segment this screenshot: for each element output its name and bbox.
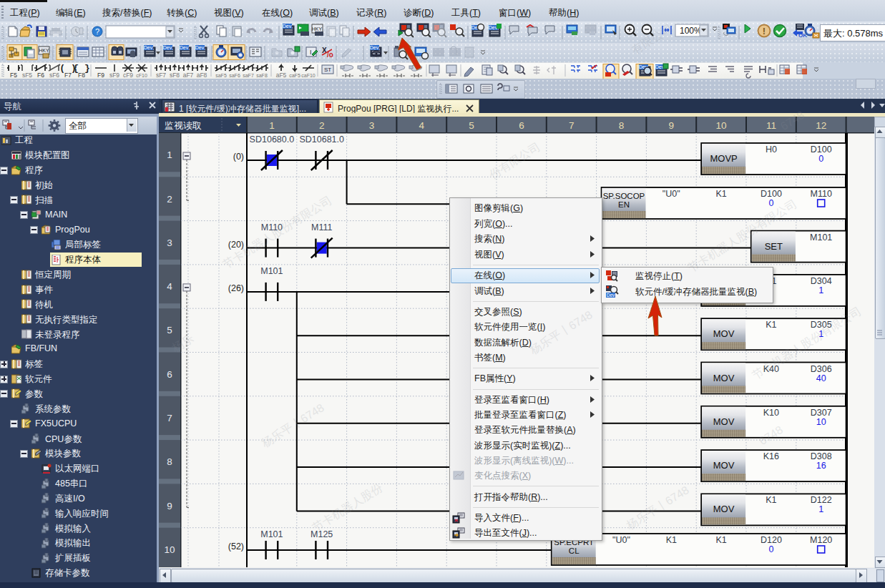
svg-text:HKY: HKY (312, 26, 323, 31)
svg-text:4: 4 (419, 120, 425, 131)
svg-text:sF9: sF9 (109, 72, 119, 79)
svg-text:caF10: caF10 (301, 73, 316, 78)
svg-text:SD10680.0: SD10680.0 (250, 134, 295, 144)
svg-text:7: 7 (569, 120, 574, 131)
svg-text:F8: F8 (78, 72, 85, 79)
svg-text:saF7: saF7 (243, 73, 254, 78)
svg-text:16: 16 (816, 461, 826, 471)
svg-text:Dev: Dev (489, 25, 498, 30)
svg-text:D100: D100 (811, 144, 832, 155)
svg-text:100%: 100% (680, 26, 702, 36)
svg-text:SET: SET (765, 241, 783, 252)
svg-text:sF5: sF5 (22, 72, 32, 79)
svg-text:MOV: MOV (713, 373, 735, 383)
svg-text:aF5: aF5 (276, 72, 287, 79)
svg-text:"U0": "U0" (662, 189, 680, 199)
svg-text:I: I (310, 49, 312, 56)
svg-text:MOV: MOV (713, 328, 735, 339)
svg-text:6: 6 (167, 369, 172, 380)
svg-text:M120: M120 (810, 535, 832, 545)
svg-text:Dev: Dev (607, 293, 615, 298)
svg-text:MOV: MOV (713, 416, 735, 427)
svg-text:cF10: cF10 (136, 73, 147, 78)
svg-text:MOVP: MOVP (710, 153, 737, 164)
svg-text:1: 1 (167, 150, 172, 160)
svg-text:K1: K1 (766, 320, 776, 330)
svg-text:caF5: caF5 (289, 73, 300, 78)
svg-text:0: 0 (768, 198, 773, 208)
svg-text:4: 4 (167, 281, 172, 292)
svg-text:Dev: Dev (144, 45, 153, 50)
svg-text:sF8: sF8 (170, 72, 180, 79)
svg-text:1: 1 (818, 285, 823, 295)
svg-text:sF7: sF7 (156, 72, 166, 79)
svg-text:F5: F5 (10, 72, 17, 79)
svg-text:H0: H0 (766, 144, 777, 155)
svg-text:11: 11 (766, 120, 776, 131)
svg-text:!: ! (763, 26, 766, 36)
svg-text:5: 5 (167, 325, 172, 335)
svg-text:M101: M101 (260, 529, 283, 539)
svg-text:12: 12 (816, 120, 826, 131)
svg-text:M101: M101 (260, 266, 283, 276)
svg-text:K1: K1 (666, 535, 677, 545)
svg-text:8: 8 (619, 120, 625, 131)
svg-text:(52): (52) (228, 542, 244, 552)
svg-text:监视读取: 监视读取 (165, 120, 202, 131)
svg-text:K16: K16 (763, 451, 779, 461)
svg-text:ST: ST (324, 67, 331, 73)
svg-text:aF7: aF7 (183, 72, 194, 79)
svg-text:?: ? (95, 27, 99, 36)
svg-text:Dev: Dev (180, 45, 189, 50)
svg-text:Dev: Dev (163, 45, 172, 50)
svg-text:8: 8 (167, 456, 172, 467)
svg-text:10: 10 (816, 417, 826, 427)
svg-text:9: 9 (167, 501, 172, 511)
svg-text:2: 2 (167, 194, 172, 205)
svg-text:10: 10 (164, 544, 175, 555)
svg-text:F7: F7 (64, 72, 72, 79)
svg-text:K1: K1 (766, 495, 776, 505)
svg-text:0: 0 (818, 154, 823, 164)
svg-text:K1: K1 (715, 189, 726, 199)
svg-text:"U0": "U0" (612, 535, 630, 545)
svg-text:saF8: saF8 (256, 73, 268, 78)
svg-text:CL: CL (569, 547, 580, 555)
svg-text:D304: D304 (811, 276, 832, 286)
svg-text:M101: M101 (810, 232, 832, 242)
svg-text:D100: D100 (761, 189, 782, 199)
svg-text:cF9: cF9 (123, 72, 133, 79)
svg-text:aF8: aF8 (197, 72, 207, 79)
svg-text:3: 3 (369, 120, 375, 131)
svg-text:Dev: Dev (370, 45, 379, 50)
svg-text:1: 1 (269, 120, 275, 131)
svg-text:D306: D306 (811, 364, 832, 374)
svg-text:F9: F9 (97, 72, 104, 79)
svg-text:0: 0 (768, 544, 773, 554)
svg-text:(26): (26) (228, 283, 244, 293)
svg-text:SP.SOCOP: SP.SOCOP (603, 192, 645, 200)
svg-text:M110: M110 (811, 189, 832, 199)
svg-text:3: 3 (167, 237, 172, 248)
svg-text:(0): (0) (233, 152, 244, 162)
svg-text:D307: D307 (811, 408, 832, 418)
svg-text:F6: F6 (37, 72, 44, 79)
svg-text:Dev: Dev (283, 24, 292, 29)
svg-text:7: 7 (167, 413, 172, 423)
svg-text:2: 2 (319, 120, 325, 131)
svg-text:1: 1 (818, 504, 823, 514)
svg-text:D120: D120 (761, 535, 782, 545)
svg-text:saF6: saF6 (229, 73, 240, 78)
svg-text:Dev: Dev (195, 45, 205, 50)
svg-text:10: 10 (716, 120, 727, 131)
svg-text:9: 9 (669, 120, 675, 131)
svg-text:EN: EN (618, 200, 630, 209)
svg-text:D122: D122 (811, 495, 832, 505)
svg-text:K1: K1 (715, 535, 726, 545)
svg-text:MOV: MOV (713, 460, 735, 471)
svg-text:M111: M111 (311, 222, 332, 232)
svg-text:SD10681.0: SD10681.0 (299, 134, 344, 144)
svg-text:K10: K10 (763, 408, 779, 418)
svg-text:saF5: saF5 (215, 73, 227, 78)
svg-text:sF6: sF6 (49, 72, 59, 79)
